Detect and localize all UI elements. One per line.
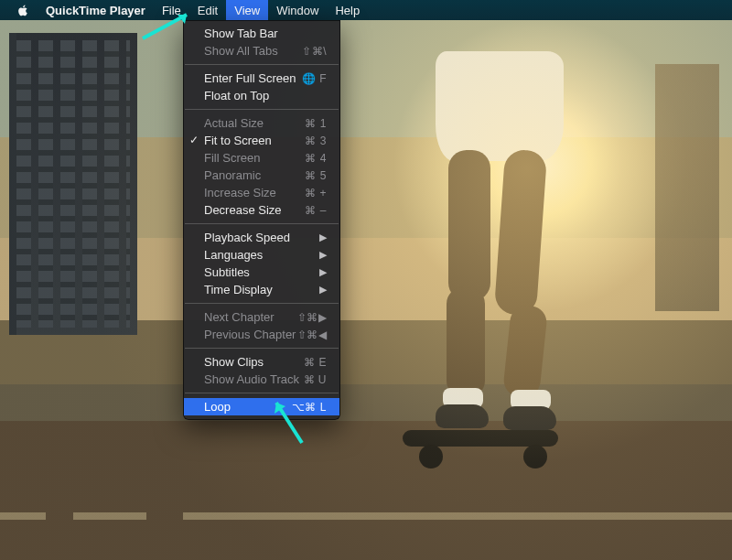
- menu-separator: [185, 303, 339, 304]
- menu-item-show-audio-track: Show Audio Track⌘ U: [184, 371, 339, 388]
- menu-item-actual-size: Actual Size⌘ 1: [184, 114, 339, 132]
- menu-item-languages[interactable]: Languages▶: [184, 246, 339, 264]
- menu-shortcut: ⇧⌘\: [302, 45, 327, 58]
- menu-shortcut: ⌘ 1: [305, 117, 327, 130]
- menu-item-show-all-tabs: Show All Tabs⇧⌘\: [184, 42, 339, 59]
- menu-item-label: Enter Full Screen: [204, 71, 296, 85]
- menu-separator: [185, 64, 339, 65]
- menu-item-float-on-top[interactable]: Float on Top: [184, 87, 339, 104]
- menu-item-label: Languages: [204, 248, 263, 262]
- menu-item-decrease-size[interactable]: Decrease Size⌘ –: [184, 201, 339, 219]
- background-skateboard-wheel: [523, 445, 547, 468]
- menu-shortcut: ⌘ 4: [305, 152, 327, 165]
- menu-item-label: Fill Screen: [204, 151, 260, 165]
- menu-shortcut: ⌘ U: [304, 373, 328, 386]
- annotation-arrow-to-loop: [265, 393, 311, 448]
- menu-item-panoramic: Panoramic⌘ 5: [184, 167, 339, 184]
- menu-item-label: Show All Tabs: [204, 44, 278, 58]
- apple-menu[interactable]: [9, 0, 38, 20]
- menu-item-label: Subtitles: [204, 265, 250, 279]
- menu-item-label: Panoramic: [204, 168, 261, 182]
- menu-bar: QuickTime Player File Edit View Window H…: [0, 0, 732, 20]
- menu-shortcut: ⌘ +: [305, 187, 327, 199]
- menu-item-label: Show Audio Track: [204, 372, 299, 386]
- menu-item-subtitles[interactable]: Subtitles▶: [184, 264, 339, 281]
- submenu-arrow-icon: ▶: [319, 284, 327, 296]
- menu-shortcut: ⌘ –: [305, 204, 327, 217]
- menu-window[interactable]: Window: [268, 0, 327, 20]
- menu-item-show-clips[interactable]: Show Clips⌘ E: [184, 353, 339, 371]
- menu-item-next-chapter: Next Chapter⇧⌘▶: [184, 308, 339, 326]
- menu-item-show-tab-bar[interactable]: Show Tab Bar: [184, 25, 339, 42]
- menu-shortcut: ⇧⌘▶: [297, 311, 328, 324]
- menu-view[interactable]: View: [226, 0, 268, 20]
- menu-item-fill-screen: Fill Screen⌘ 4: [184, 149, 339, 167]
- menu-shortcut: ⌘ 5: [305, 169, 327, 182]
- menu-separator: [185, 223, 339, 224]
- menu-separator: [185, 393, 339, 393]
- menu-item-playback-speed[interactable]: Playback Speed▶: [184, 229, 339, 246]
- submenu-arrow-icon: ▶: [319, 249, 327, 261]
- background-building-right: [655, 64, 719, 311]
- menu-separator: [185, 109, 339, 110]
- background-skateboarder: [412, 13, 576, 443]
- menu-shortcut: ⇧⌘◀: [297, 328, 328, 341]
- submenu-arrow-icon: ▶: [319, 266, 327, 278]
- menu-item-previous-chapter: Previous Chapter⇧⌘◀: [184, 326, 339, 343]
- menu-item-label: Next Chapter: [204, 310, 274, 324]
- menu-help[interactable]: Help: [327, 0, 368, 20]
- annotation-arrow-to-view: [137, 7, 201, 44]
- menu-item-label: Previous Chapter: [204, 328, 296, 341]
- menu-item-label: Increase Size: [204, 186, 276, 199]
- menu-item-enter-full-screen[interactable]: Enter Full Screen🌐 F: [184, 70, 339, 87]
- menu-item-increase-size: Increase Size⌘ +: [184, 184, 339, 201]
- checkmark-icon: ✓: [189, 134, 199, 146]
- menu-item-label: Show Tab Bar: [204, 27, 278, 40]
- svg-line-0: [143, 15, 187, 38]
- menu-item-label: Float on Top: [204, 89, 269, 102]
- menu-item-label: Fit to Screen: [204, 134, 272, 147]
- video-frame-background: QuickTime Player File Edit View Window H…: [0, 0, 732, 560]
- apple-logo-icon: [17, 5, 29, 16]
- menu-item-label: Decrease Size: [204, 203, 282, 217]
- menu-separator: [185, 348, 339, 349]
- menu-item-label: Show Clips: [204, 355, 264, 369]
- menu-item-loop[interactable]: Loop⌥⌘ L: [184, 398, 339, 415]
- menu-item-label: Time Display: [204, 283, 273, 296]
- menu-item-label: Actual Size: [204, 116, 264, 130]
- menu-item-fit-to-screen[interactable]: ✓Fit to Screen⌘ 3: [184, 132, 339, 149]
- background-building-left: [9, 33, 137, 335]
- menu-shortcut: 🌐 F: [302, 72, 327, 85]
- menu-item-label: Loop: [204, 400, 231, 414]
- view-menu-dropdown: Show Tab BarShow All Tabs⇧⌘\Enter Full S…: [183, 20, 340, 420]
- app-title[interactable]: QuickTime Player: [38, 0, 154, 20]
- background-road-marking: [0, 512, 732, 520]
- menu-shortcut: ⌘ 3: [305, 135, 327, 147]
- submenu-arrow-icon: ▶: [319, 232, 327, 243]
- background-skateboard-wheel: [419, 445, 443, 468]
- menu-item-label: Playback Speed: [204, 231, 290, 244]
- menu-item-time-display[interactable]: Time Display▶: [184, 281, 339, 298]
- menu-shortcut: ⌘ E: [304, 356, 327, 369]
